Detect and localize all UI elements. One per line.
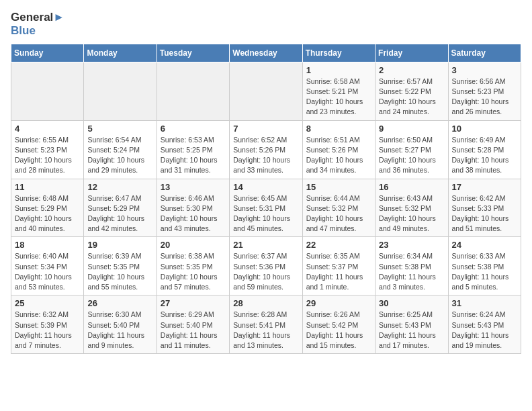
calendar-cell: 13Sunrise: 6:46 AM Sunset: 5:30 PM Dayli…	[157, 179, 229, 237]
day-number: 16	[379, 182, 444, 192]
calendar-cell: 5Sunrise: 6:54 AM Sunset: 5:24 PM Daylig…	[84, 120, 157, 179]
calendar-cell: 23Sunrise: 6:34 AM Sunset: 5:38 PM Dayli…	[375, 237, 448, 295]
logo-general: General►	[11, 11, 64, 24]
day-info: Sunrise: 6:34 AM Sunset: 5:38 PM Dayligh…	[379, 251, 444, 292]
weekday-header-monday: Monday	[84, 44, 157, 62]
day-info: Sunrise: 6:51 AM Sunset: 5:26 PM Dayligh…	[306, 135, 371, 176]
day-number: 26	[87, 298, 152, 308]
day-number: 30	[379, 298, 444, 308]
calendar-cell: 3Sunrise: 6:56 AM Sunset: 5:23 PM Daylig…	[448, 62, 521, 120]
calendar-week-row: 4Sunrise: 6:55 AM Sunset: 5:23 PM Daylig…	[11, 120, 521, 179]
day-info: Sunrise: 6:50 AM Sunset: 5:27 PM Dayligh…	[379, 135, 444, 176]
calendar-cell: 27Sunrise: 6:29 AM Sunset: 5:40 PM Dayli…	[157, 295, 229, 354]
day-number: 19	[87, 240, 152, 250]
calendar-cell	[11, 62, 84, 120]
day-number: 6	[161, 124, 226, 134]
day-number: 27	[161, 298, 226, 308]
day-info: Sunrise: 6:44 AM Sunset: 5:32 PM Dayligh…	[306, 193, 371, 234]
day-number: 20	[161, 240, 226, 250]
calendar-cell: 17Sunrise: 6:42 AM Sunset: 5:33 PM Dayli…	[448, 179, 521, 237]
calendar-week-row: 18Sunrise: 6:40 AM Sunset: 5:34 PM Dayli…	[11, 237, 521, 295]
day-number: 18	[15, 240, 80, 250]
day-info: Sunrise: 6:29 AM Sunset: 5:40 PM Dayligh…	[161, 310, 226, 351]
day-info: Sunrise: 6:25 AM Sunset: 5:43 PM Dayligh…	[379, 310, 444, 351]
page-header: General► Blue	[11, 11, 521, 38]
day-number: 29	[306, 298, 371, 308]
calendar-week-row: 1Sunrise: 6:58 AM Sunset: 5:21 PM Daylig…	[11, 62, 521, 120]
weekday-header-tuesday: Tuesday	[157, 44, 229, 62]
calendar-week-row: 25Sunrise: 6:32 AM Sunset: 5:39 PM Dayli…	[11, 295, 521, 354]
calendar-cell: 22Sunrise: 6:35 AM Sunset: 5:37 PM Dayli…	[302, 237, 375, 295]
calendar-cell: 6Sunrise: 6:53 AM Sunset: 5:25 PM Daylig…	[157, 120, 229, 179]
calendar-cell: 10Sunrise: 6:49 AM Sunset: 5:28 PM Dayli…	[448, 120, 521, 179]
calendar-cell: 24Sunrise: 6:33 AM Sunset: 5:38 PM Dayli…	[448, 237, 521, 295]
calendar-cell: 2Sunrise: 6:57 AM Sunset: 5:22 PM Daylig…	[375, 62, 448, 120]
calendar-cell: 25Sunrise: 6:32 AM Sunset: 5:39 PM Dayli…	[11, 295, 84, 354]
calendar-cell: 26Sunrise: 6:30 AM Sunset: 5:40 PM Dayli…	[84, 295, 157, 354]
day-number: 10	[452, 124, 517, 134]
calendar-week-row: 11Sunrise: 6:48 AM Sunset: 5:29 PM Dayli…	[11, 179, 521, 237]
calendar-cell: 4Sunrise: 6:55 AM Sunset: 5:23 PM Daylig…	[11, 120, 84, 179]
logo-text-block: General► Blue	[11, 11, 64, 38]
day-number: 4	[15, 124, 80, 134]
day-info: Sunrise: 6:26 AM Sunset: 5:42 PM Dayligh…	[306, 310, 371, 351]
day-number: 28	[233, 298, 298, 308]
calendar-cell: 15Sunrise: 6:44 AM Sunset: 5:32 PM Dayli…	[302, 179, 375, 237]
day-info: Sunrise: 6:57 AM Sunset: 5:22 PM Dayligh…	[379, 77, 444, 118]
calendar-cell: 1Sunrise: 6:58 AM Sunset: 5:21 PM Daylig…	[302, 62, 375, 120]
day-number: 3	[452, 65, 517, 75]
day-info: Sunrise: 6:48 AM Sunset: 5:29 PM Dayligh…	[15, 193, 80, 234]
day-number: 22	[306, 240, 371, 250]
day-info: Sunrise: 6:40 AM Sunset: 5:34 PM Dayligh…	[15, 251, 80, 292]
weekday-header-thursday: Thursday	[302, 44, 375, 62]
day-number: 17	[452, 182, 517, 192]
day-number: 9	[379, 124, 444, 134]
day-info: Sunrise: 6:33 AM Sunset: 5:38 PM Dayligh…	[452, 251, 517, 292]
day-number: 2	[379, 65, 444, 75]
day-number: 13	[161, 182, 226, 192]
weekday-header-friday: Friday	[375, 44, 448, 62]
calendar-cell: 31Sunrise: 6:24 AM Sunset: 5:43 PM Dayli…	[448, 295, 521, 354]
calendar-cell: 21Sunrise: 6:37 AM Sunset: 5:36 PM Dayli…	[230, 237, 302, 295]
calendar-cell: 11Sunrise: 6:48 AM Sunset: 5:29 PM Dayli…	[11, 179, 84, 237]
day-number: 23	[379, 240, 444, 250]
logo: General► Blue	[11, 11, 64, 38]
day-info: Sunrise: 6:55 AM Sunset: 5:23 PM Dayligh…	[15, 135, 80, 176]
calendar-cell: 30Sunrise: 6:25 AM Sunset: 5:43 PM Dayli…	[375, 295, 448, 354]
calendar-cell: 20Sunrise: 6:38 AM Sunset: 5:35 PM Dayli…	[157, 237, 229, 295]
day-number: 5	[87, 124, 152, 134]
day-number: 25	[15, 298, 80, 308]
day-info: Sunrise: 6:42 AM Sunset: 5:33 PM Dayligh…	[452, 193, 517, 234]
day-info: Sunrise: 6:49 AM Sunset: 5:28 PM Dayligh…	[452, 135, 517, 176]
day-number: 8	[306, 124, 371, 134]
calendar-cell: 14Sunrise: 6:45 AM Sunset: 5:31 PM Dayli…	[230, 179, 302, 237]
day-info: Sunrise: 6:58 AM Sunset: 5:21 PM Dayligh…	[306, 77, 371, 118]
calendar-cell: 9Sunrise: 6:50 AM Sunset: 5:27 PM Daylig…	[375, 120, 448, 179]
day-info: Sunrise: 6:56 AM Sunset: 5:23 PM Dayligh…	[452, 77, 517, 118]
day-info: Sunrise: 6:24 AM Sunset: 5:43 PM Dayligh…	[452, 310, 517, 351]
calendar-cell: 29Sunrise: 6:26 AM Sunset: 5:42 PM Dayli…	[302, 295, 375, 354]
day-info: Sunrise: 6:43 AM Sunset: 5:32 PM Dayligh…	[379, 193, 444, 234]
calendar-cell	[230, 62, 302, 120]
calendar-cell: 28Sunrise: 6:28 AM Sunset: 5:41 PM Dayli…	[230, 295, 302, 354]
day-info: Sunrise: 6:38 AM Sunset: 5:35 PM Dayligh…	[161, 251, 226, 292]
day-number: 21	[233, 240, 298, 250]
day-info: Sunrise: 6:53 AM Sunset: 5:25 PM Dayligh…	[161, 135, 226, 176]
day-info: Sunrise: 6:35 AM Sunset: 5:37 PM Dayligh…	[306, 251, 371, 292]
calendar-cell	[84, 62, 157, 120]
calendar-cell: 8Sunrise: 6:51 AM Sunset: 5:26 PM Daylig…	[302, 120, 375, 179]
day-info: Sunrise: 6:37 AM Sunset: 5:36 PM Dayligh…	[233, 251, 298, 292]
day-number: 24	[452, 240, 517, 250]
calendar-cell: 18Sunrise: 6:40 AM Sunset: 5:34 PM Dayli…	[11, 237, 84, 295]
day-number: 1	[306, 65, 371, 75]
day-info: Sunrise: 6:28 AM Sunset: 5:41 PM Dayligh…	[233, 310, 298, 351]
calendar-cell: 19Sunrise: 6:39 AM Sunset: 5:35 PM Dayli…	[84, 237, 157, 295]
day-number: 15	[306, 182, 371, 192]
day-info: Sunrise: 6:52 AM Sunset: 5:26 PM Dayligh…	[233, 135, 298, 176]
day-number: 11	[15, 182, 80, 192]
day-number: 14	[233, 182, 298, 192]
weekday-header-wednesday: Wednesday	[230, 44, 302, 62]
calendar-cell: 7Sunrise: 6:52 AM Sunset: 5:26 PM Daylig…	[230, 120, 302, 179]
day-info: Sunrise: 6:47 AM Sunset: 5:29 PM Dayligh…	[87, 193, 152, 234]
day-info: Sunrise: 6:30 AM Sunset: 5:40 PM Dayligh…	[87, 310, 152, 351]
